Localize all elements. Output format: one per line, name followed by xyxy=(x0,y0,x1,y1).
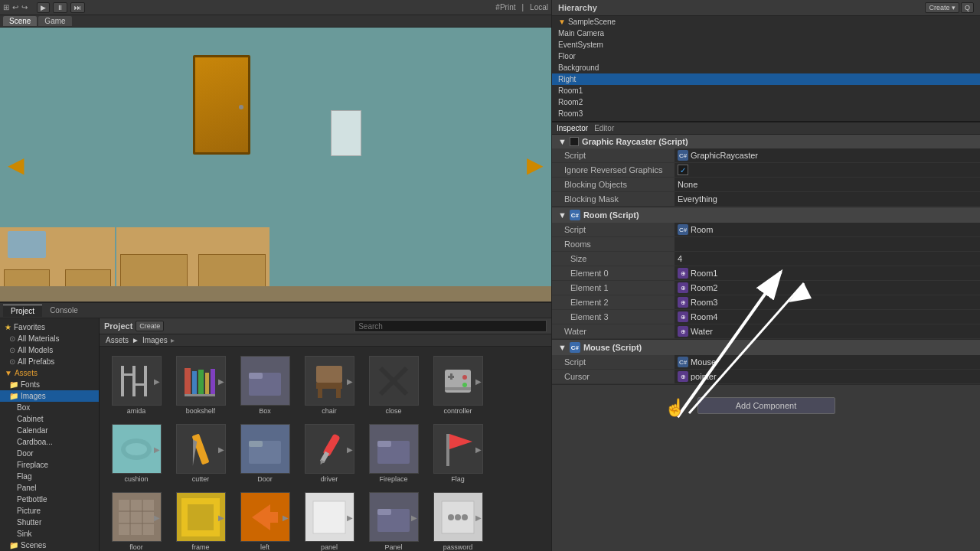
hierarchy-room1[interactable]: Room1 xyxy=(552,85,980,96)
tree-door[interactable]: Door xyxy=(0,448,99,459)
value-cursor[interactable]: ⊕ pointer xyxy=(675,370,980,383)
tree-box[interactable]: Box xyxy=(0,402,99,413)
tree-fonts[interactable]: 📁 Fonts xyxy=(0,379,99,390)
tab-console[interactable]: Console xyxy=(42,305,86,316)
asset-driver[interactable]: ▶ driver xyxy=(299,421,360,486)
tab-inspector[interactable]: Inspector xyxy=(557,124,588,132)
value-gr-script[interactable]: C# GraphicRaycaster xyxy=(675,148,980,162)
tab-editor[interactable]: Editor xyxy=(594,124,614,132)
asset-flag[interactable]: ▶ Flag xyxy=(427,421,488,486)
hierarchy-samplescene[interactable]: ▼ SampleScene xyxy=(552,16,980,28)
asset-door-folder[interactable]: Door xyxy=(234,421,296,486)
asset-cushion-thumb: ▶ xyxy=(112,424,162,474)
asset-box-folder[interactable]: Box xyxy=(234,353,296,418)
asset-panel[interactable]: ▶ panel xyxy=(299,489,360,551)
asset-bookshelf[interactable]: ▶ bookshelf xyxy=(170,353,231,418)
asset-floor[interactable]: ▶ floor xyxy=(106,489,167,551)
tree-fireplace[interactable]: Fireplace xyxy=(0,459,99,471)
asset-controller[interactable]: ▶ controller xyxy=(427,353,488,418)
play-button[interactable]: ▶ xyxy=(37,2,50,13)
section-mouse-header[interactable]: ▼ C# Mouse (Script) xyxy=(552,340,980,355)
tree-favorites[interactable]: ★ Favorites xyxy=(0,321,99,333)
arrow-driver[interactable]: ▶ xyxy=(347,445,353,453)
asset-password[interactable]: ▶ password xyxy=(427,489,488,551)
value-element1[interactable]: ⊕ Room2 xyxy=(675,281,980,295)
create-button[interactable]: Create xyxy=(136,321,164,331)
value-mouse-script[interactable]: C# Mouse xyxy=(675,355,980,369)
value-element3[interactable]: ⊕ Room4 xyxy=(675,310,980,324)
value-element2[interactable]: ⊕ Room3 xyxy=(675,295,980,309)
arrow-cutter[interactable]: ▶ xyxy=(218,445,224,453)
value-rooms-size[interactable]: 4 xyxy=(675,252,980,266)
checkbox-gr[interactable] xyxy=(570,137,579,146)
arrow-cushion[interactable]: ▶ xyxy=(154,445,160,453)
arrow-left-asset[interactable]: ▶ xyxy=(283,513,289,521)
tree-calendar[interactable]: Calendar xyxy=(0,425,99,436)
arrow-frame[interactable]: ▶ xyxy=(218,513,224,521)
breadcrumb-assets[interactable]: Assets xyxy=(106,336,129,344)
arrow-password[interactable]: ▶ xyxy=(475,513,482,521)
tree-images[interactable]: 📁 Images xyxy=(0,390,99,402)
tree-all-materials[interactable]: ⊙ All Materials xyxy=(0,333,99,344)
hierarchy-room4[interactable]: Room4 xyxy=(552,119,980,121)
asset-fireplace-folder[interactable]: Fireplace xyxy=(363,421,424,486)
arrow-amida[interactable]: ▶ xyxy=(154,377,160,385)
pause-button[interactable]: ⏸ xyxy=(53,2,67,13)
tree-all-models[interactable]: ⊙ All Models xyxy=(0,344,99,356)
hierarchy-room2[interactable]: Room2 xyxy=(552,96,980,108)
tree-all-prefabs[interactable]: ⊙ All Prefabs xyxy=(0,356,99,367)
tab-project[interactable]: Project xyxy=(3,305,42,317)
value-blocking-mask[interactable]: Everything xyxy=(675,192,980,206)
arrow-bookshelf[interactable]: ▶ xyxy=(218,377,224,385)
value-element0[interactable]: ⊕ Room1 xyxy=(675,266,980,280)
tree-assets[interactable]: ▼ Assets xyxy=(0,367,99,379)
asset-cutter[interactable]: ▶ cutter xyxy=(170,421,231,486)
section-graphic-raycaster-header[interactable]: ▼ Graphic Raycaster (Script) xyxy=(552,135,980,148)
tree-shutter[interactable]: Shutter xyxy=(0,517,99,528)
hierarchy-background[interactable]: Background xyxy=(552,62,980,73)
hierarchy-right[interactable]: Right xyxy=(552,73,980,85)
tree-cardboa[interactable]: Cardboa... xyxy=(0,436,99,448)
hierarchy-floor[interactable]: Floor xyxy=(552,51,980,62)
tree-petbottle[interactable]: Petbottle xyxy=(0,494,99,505)
asset-amida[interactable]: ▶ amida xyxy=(106,353,167,418)
hierarchy-create-btn[interactable]: Create ▾ xyxy=(925,2,959,13)
tab-scene[interactable]: Scene xyxy=(3,16,37,26)
asset-left[interactable]: ▶ left xyxy=(234,489,296,551)
value-blocking-objects[interactable]: None xyxy=(675,178,980,191)
hierarchy-maincamera[interactable]: Main Camera xyxy=(552,28,980,39)
step-button[interactable]: ⏭ xyxy=(70,2,85,13)
tab-game[interactable]: Game xyxy=(38,16,71,26)
hierarchy-room3[interactable]: Room3 xyxy=(552,108,980,119)
arrow-flag[interactable]: ▶ xyxy=(475,445,482,453)
tree-scenes[interactable]: 📁 Scenes xyxy=(0,540,99,551)
value-ignore-reversed[interactable]: ✓ xyxy=(675,163,980,177)
section-room-header[interactable]: ▼ C# Room (Script) xyxy=(552,207,980,223)
scene-nav-right[interactable]: ▶ xyxy=(527,152,544,178)
checkbox-ignore-reversed[interactable]: ✓ xyxy=(678,165,688,175)
tree-cabinet[interactable]: Cabinet xyxy=(0,413,99,425)
arrow-panel-folder[interactable]: ▶ xyxy=(411,513,417,521)
scene-nav-left[interactable]: ◀ xyxy=(8,152,24,178)
asset-close[interactable]: close xyxy=(363,353,424,418)
arrow-floor[interactable]: ▶ xyxy=(154,513,160,521)
tree-flag[interactable]: Flag xyxy=(0,471,99,482)
icon-gr-script: C# xyxy=(678,150,688,161)
arrow-controller[interactable]: ▶ xyxy=(475,377,482,385)
hierarchy-eventsystem[interactable]: EventSystem xyxy=(552,39,980,51)
arrow-panel-img[interactable]: ▶ xyxy=(347,513,353,521)
breadcrumb-images[interactable]: Images xyxy=(142,336,168,344)
arrow-chair[interactable]: ▶ xyxy=(347,377,353,385)
asset-frame[interactable]: ▶ frame xyxy=(170,489,231,551)
tree-sink[interactable]: Sink xyxy=(0,528,99,540)
hierarchy-expand-btn[interactable]: Q xyxy=(961,2,974,13)
add-component-button[interactable]: Add Component xyxy=(697,397,835,414)
value-water[interactable]: ⊕ Water xyxy=(675,324,980,338)
asset-chair[interactable]: ▶ chair xyxy=(299,353,360,418)
tree-panel[interactable]: Panel xyxy=(0,482,99,494)
asset-cushion[interactable]: ▶ cushion xyxy=(106,421,167,486)
search-input[interactable] xyxy=(354,320,547,332)
asset-panel-folder[interactable]: ▶ Panel xyxy=(363,489,424,551)
tree-picture[interactable]: Picture xyxy=(0,505,99,517)
value-room-script[interactable]: C# Room xyxy=(675,223,980,236)
